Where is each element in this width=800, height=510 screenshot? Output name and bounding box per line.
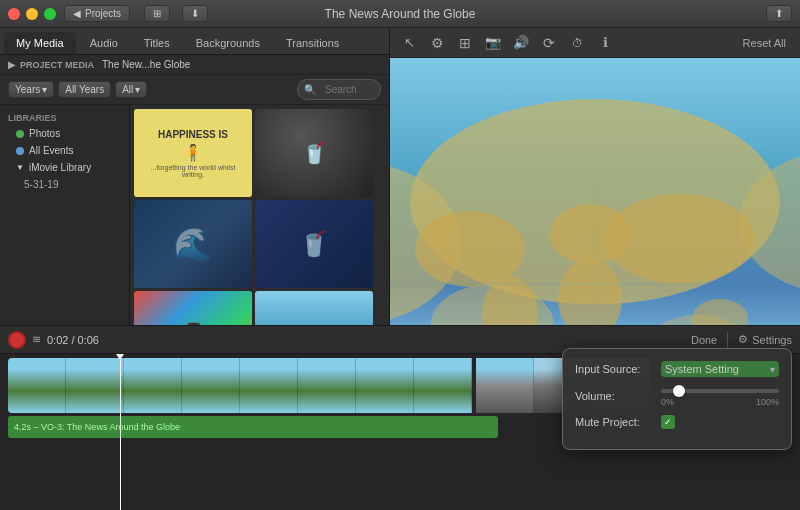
input-source-label: Input Source:	[575, 363, 655, 375]
cursor-tool-icon[interactable]: ↖	[398, 32, 420, 54]
clip-split-button[interactable]: ⊞	[144, 5, 170, 22]
input-source-select[interactable]: System Setting ▾	[661, 361, 779, 377]
audio-track[interactable]: 4.2s – VO-3: The News Around the Globe	[8, 416, 498, 438]
back-label: Projects	[85, 8, 121, 19]
tab-transitions[interactable]: Transitions	[274, 32, 351, 54]
mute-checkbox[interactable]: ✓	[661, 415, 675, 429]
svg-point-0	[415, 211, 525, 287]
download-button[interactable]: ⬇	[182, 5, 208, 22]
media-header: ▶ PROJECT MEDIA The New...he Globe	[0, 55, 389, 75]
stick-figure: 🧍	[183, 143, 203, 162]
blue-thumb-content: 🌊	[173, 225, 213, 263]
input-source-row: Input Source: System Setting ▾	[575, 361, 779, 377]
playhead[interactable]	[120, 354, 121, 510]
traffic-lights	[8, 8, 56, 20]
all-years-label: All Years	[65, 84, 104, 95]
divider	[727, 332, 728, 348]
maximize-button[interactable]	[44, 8, 56, 20]
minimize-button[interactable]	[26, 8, 38, 20]
map-tile-3	[124, 358, 182, 413]
chevron-down-icon-2: ▾	[135, 84, 140, 95]
share-button[interactable]: ⬆	[758, 5, 792, 22]
record-button[interactable]	[8, 331, 26, 349]
map-tile-4	[182, 358, 240, 413]
map-tile-5	[240, 358, 298, 413]
expand-arrow-icon: ▼	[16, 163, 24, 172]
photos-dot	[16, 130, 24, 138]
audio-track-label: 4.2s – VO-3: The News Around the Globe	[14, 422, 180, 432]
map-tile-2	[66, 358, 124, 413]
mute-label: Mute Project:	[575, 416, 655, 428]
camera-icon[interactable]: 📷	[482, 32, 504, 54]
viewer-toolbar: ↖ ⚙ ⊞ 📷 🔊 ⟳ ⏱ ℹ Reset All	[390, 28, 800, 58]
volume-label: Volume:	[575, 390, 655, 402]
close-button[interactable]	[8, 8, 20, 20]
years-select[interactable]: Years ▾	[8, 81, 54, 98]
media-toolbar: Years ▾ All Years All ▾ 🔍	[0, 75, 389, 105]
map-tile-6	[298, 358, 356, 413]
volume-slider-container: 0% 100%	[661, 385, 779, 407]
sidebar-item-date[interactable]: 5-31-19	[0, 176, 129, 193]
done-button[interactable]: Done	[691, 334, 717, 346]
gear-icon: ⚙	[738, 333, 748, 346]
sidebar-item-imovie-library[interactable]: ▼ iMovie Library	[0, 159, 129, 176]
volume-slider-track[interactable]	[661, 389, 779, 393]
libraries-label: Libraries	[0, 109, 129, 125]
tab-bar: My Media Audio Titles Backgrounds Transi…	[0, 28, 389, 55]
project-media-label: PROJECT MEDIA	[20, 60, 94, 70]
settings-button[interactable]: ⚙ Settings	[738, 333, 792, 346]
settings-label: Settings	[752, 334, 792, 346]
search-input[interactable]	[319, 82, 374, 97]
media-thumb-can2[interactable]: 🥤	[255, 200, 373, 288]
map-tile-1	[8, 358, 66, 413]
stabilize-icon[interactable]: ⟳	[538, 32, 560, 54]
volume-icon[interactable]: 🔊	[510, 32, 532, 54]
volume-max-label: 100%	[756, 397, 779, 407]
tab-audio[interactable]: Audio	[78, 32, 130, 54]
dropdown-arrow-icon: ▾	[770, 364, 775, 375]
map-tile-7	[356, 358, 414, 413]
share-icon: ⬆	[775, 8, 783, 19]
can2-content: 🥤	[299, 230, 329, 258]
search-container: 🔍	[297, 79, 381, 100]
reset-all-button[interactable]: Reset All	[737, 35, 792, 51]
crop-icon[interactable]: ⊞	[454, 32, 476, 54]
date-label: 5-31-19	[24, 179, 58, 190]
media-thumb-can[interactable]: 🥤	[255, 109, 373, 197]
tab-backgrounds[interactable]: Backgrounds	[184, 32, 272, 54]
map-tile-8	[414, 358, 472, 413]
sidebar-item-photos[interactable]: Photos	[0, 125, 129, 142]
slider-labels: 0% 100%	[661, 397, 779, 407]
all-label: All	[122, 84, 133, 95]
all-years-select[interactable]: All Years	[58, 81, 111, 98]
media-thumb-happiness[interactable]: HAPPINESS IS 🧍 ...forgetting the world w…	[134, 109, 252, 197]
speed-icon[interactable]: ⏱	[566, 32, 588, 54]
chevron-down-icon: ▾	[42, 84, 47, 95]
years-label: Years	[15, 84, 40, 95]
titlebar: ◀ Projects ⊞ ⬇ The News Around the Globe…	[0, 0, 800, 28]
city-tile-1	[476, 358, 534, 413]
volume-min-label: 0%	[661, 397, 674, 407]
chevron-left-icon: ◀	[73, 8, 81, 19]
time-display: 0:02 / 0:06	[47, 334, 99, 346]
mute-row: Mute Project: ✓	[575, 415, 779, 429]
voiceover-adjust-icon[interactable]: ≋	[32, 333, 41, 346]
tab-my-media[interactable]: My Media	[4, 32, 76, 54]
settings-popup: Input Source: System Setting ▾ Volume: 0…	[562, 348, 792, 450]
volume-slider-thumb[interactable]	[673, 385, 685, 397]
svg-point-2	[605, 194, 755, 284]
back-projects-button[interactable]: ◀ Projects	[64, 5, 130, 22]
all-events-dot	[16, 147, 24, 155]
all-select[interactable]: All ▾	[115, 81, 147, 98]
photos-label: Photos	[29, 128, 60, 139]
can-image: 🥤	[255, 109, 373, 197]
expand-icon[interactable]: ▶	[8, 59, 16, 70]
project-name: The New...he Globe	[102, 59, 190, 70]
media-thumb-blue[interactable]: 🌊	[134, 200, 252, 288]
info-icon[interactable]: ℹ	[594, 32, 616, 54]
volume-row: Volume: 0% 100%	[575, 385, 779, 407]
sidebar-item-all-events[interactable]: All Events	[0, 142, 129, 159]
tab-titles[interactable]: Titles	[132, 32, 182, 54]
search-icon: 🔍	[304, 84, 316, 95]
color-balance-icon[interactable]: ⚙	[426, 32, 448, 54]
